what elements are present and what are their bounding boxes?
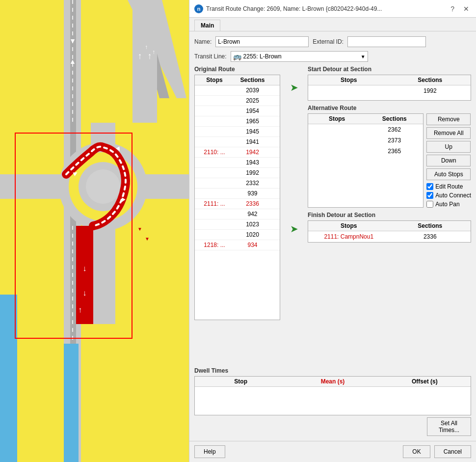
start-col-sections: Sections: [390, 77, 471, 83]
name-input[interactable]: [215, 36, 309, 47]
table-row[interactable]: 2025: [195, 96, 280, 106]
table-row[interactable]: 939: [195, 189, 280, 199]
table-row[interactable]: 1965: [195, 116, 280, 127]
original-route-title: Original Route: [194, 66, 280, 73]
cell-stops: 2111: ...: [195, 200, 234, 208]
transit-line-value: 2255: L-Brown: [243, 53, 282, 60]
cancel-button[interactable]: Cancel: [434, 445, 471, 458]
table-row[interactable]: 2111: CampnNou1 2336: [308, 231, 471, 242]
set-all-times-row: Set All Times...: [194, 417, 471, 436]
alt-cell-sections: 2365: [366, 147, 423, 156]
finish-arrow-area: ➤: [289, 222, 299, 236]
dwell-col-stop: Stop: [195, 378, 287, 385]
table-row[interactable]: 2365: [308, 146, 423, 157]
auto-connect-checkbox[interactable]: [426, 192, 433, 199]
svg-text:→: →: [81, 290, 89, 298]
name-row: Name: External ID:: [194, 36, 471, 47]
start-detour-arrow-btn[interactable]: ➤: [289, 81, 299, 94]
help-icon-btn[interactable]: ?: [449, 4, 456, 14]
alt-cell-sections: 2373: [366, 136, 423, 145]
cell-sections: 1020: [234, 231, 271, 239]
dialog-content: Name: External ID: Transit Line: 🚌 2255:…: [189, 31, 476, 441]
svg-text:→: →: [76, 306, 84, 314]
down-button[interactable]: Down: [426, 155, 471, 166]
finish-detour-arrow-btn[interactable]: ➤: [289, 222, 299, 236]
auto-pan-checkbox[interactable]: [426, 201, 433, 208]
alt-route-title: Alternative Route: [308, 105, 471, 111]
table-row[interactable]: 2373: [308, 135, 423, 146]
table-row[interactable]: 1020: [195, 230, 280, 240]
original-route-body[interactable]: 2039 2025 1954 1965 1945 1941 2110: ... …: [195, 85, 280, 316]
table-row[interactable]: 1218: ... 934: [195, 240, 280, 250]
alt-col-sections: Sections: [366, 115, 423, 122]
cell-sections: 1965: [234, 117, 271, 125]
finish-cell-stops: 2111: CampnNou1: [308, 232, 390, 241]
title-bar-left: n Transit Route Change: 2609, Name: L-Br…: [194, 4, 382, 13]
table-row[interactable]: 2362: [308, 124, 423, 135]
table-row[interactable]: 2039: [195, 85, 280, 96]
table-row[interactable]: 2111: ... 2336: [195, 199, 280, 209]
cell-sections: 942: [234, 210, 271, 218]
svg-text:▼: ▼: [137, 226, 142, 232]
app-icon: n: [194, 4, 203, 13]
alt-route-table: Stops Sections 2362 2373 2365: [308, 113, 423, 208]
alt-cell-stops: [308, 136, 366, 145]
dialog-title: Transit Route Change: 2609, Name: L-Brow…: [206, 5, 382, 12]
svg-rect-8: [0, 174, 64, 199]
up-button[interactable]: Up: [426, 141, 471, 153]
transit-line-dropdown[interactable]: 🚌 2255: L-Brown ▼: [231, 51, 368, 62]
edit-route-checkbox[interactable]: [426, 183, 433, 190]
set-all-times-button[interactable]: Set All Times...: [427, 417, 471, 436]
alternative-route-section: Alternative Route Stops Sections 2362 23…: [308, 105, 471, 208]
start-detour-title: Start Detour at Section: [308, 66, 471, 73]
close-btn[interactable]: ✕: [461, 4, 471, 14]
dwell-col-offset: Offset (s): [379, 378, 471, 385]
cell-stops: [195, 231, 234, 239]
start-detour-body: 1992: [308, 85, 471, 100]
help-button[interactable]: Help: [194, 445, 225, 458]
cell-stops: [195, 159, 234, 166]
table-row[interactable]: 1943: [195, 158, 280, 168]
table-row[interactable]: 1023: [195, 219, 280, 230]
remove-button[interactable]: Remove: [426, 113, 471, 125]
ok-button[interactable]: OK: [403, 445, 430, 458]
table-row[interactable]: 1945: [195, 127, 280, 137]
svg-text:▲: ▲: [69, 38, 76, 46]
cell-stops: [195, 86, 234, 94]
alt-route-body: 2362 2373 2365: [308, 124, 423, 157]
start-detour-header: Stops Sections: [308, 75, 471, 85]
cell-stops: [195, 169, 234, 177]
auto-stops-button[interactable]: Auto Stops: [426, 168, 471, 180]
external-id-input[interactable]: [347, 36, 426, 47]
table-row[interactable]: 1954: [195, 106, 280, 116]
tab-main[interactable]: Main: [194, 20, 220, 31]
bottom-bar: Help OK Cancel: [189, 441, 476, 462]
alt-route-buttons: Remove Remove All Up Down Auto Stops Edi…: [426, 113, 471, 208]
finish-detour-box: Stops Sections 2111: CampnNou1 2336: [308, 220, 471, 243]
remove-all-button[interactable]: Remove All: [426, 127, 471, 139]
table-row[interactable]: 2332: [195, 178, 280, 189]
cell-sections: 2336: [234, 200, 271, 208]
title-controls: ? ✕: [449, 4, 471, 14]
cell-sections: 939: [234, 190, 271, 197]
cell-stops: 1218: ...: [195, 241, 234, 249]
table-row[interactable]: 1941: [195, 137, 280, 147]
external-id-label: External ID:: [313, 38, 344, 45]
cell-stops: [195, 179, 234, 187]
finish-detour-title: Finish Detour at Section: [308, 212, 471, 218]
table-row[interactable]: 1992: [195, 168, 280, 178]
table-row[interactable]: 1992: [308, 85, 471, 96]
detour-cell-sections: 1992: [390, 86, 471, 95]
center-column: ➤ ➤: [284, 66, 304, 360]
table-row[interactable]: 2110: ... 1942: [195, 147, 280, 158]
svg-rect-19: [64, 344, 79, 462]
svg-text:↑: ↑: [145, 44, 148, 51]
dwell-times-title: Dwell Times: [194, 367, 471, 374]
cell-stops: [195, 190, 234, 197]
finish-detour-header: Stops Sections: [308, 221, 471, 231]
table-row[interactable]: 942: [195, 209, 280, 219]
svg-text:↑: ↑: [138, 51, 142, 61]
checkboxes-area: Edit Route Auto Connect Auto Pan: [426, 183, 471, 208]
map-area: → → → ► ► ► ↑ ↑ ▲ ▲ ▼ ▼ ↑ ↑: [0, 0, 189, 462]
cell-stops: 2110: ...: [195, 148, 234, 156]
